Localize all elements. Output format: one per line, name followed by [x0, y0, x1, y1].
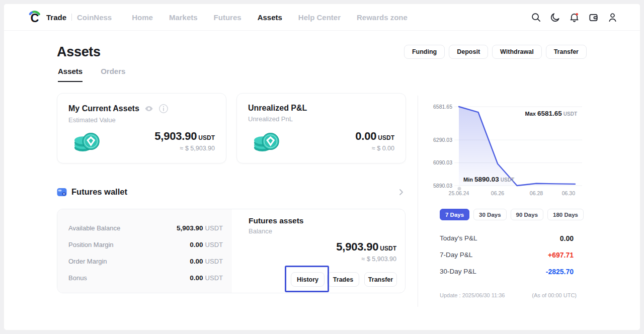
card-title: Unrealized P&L: [248, 104, 307, 113]
row-value: 0.00: [190, 274, 203, 282]
notification-badge-dot: [576, 13, 578, 16]
update-timestamp: Update : 2025/06/30 11:36: [440, 292, 505, 298]
history-button[interactable]: History: [291, 272, 325, 287]
current-assets-unit: USDT: [198, 134, 215, 141]
wallet-row-position-margin: Position Margin 0.00 USDT: [68, 236, 223, 253]
app-window: C Trade CoinNess Home Markets Futures As…: [4, 4, 640, 330]
panel-divider: [418, 96, 418, 307]
unrealized-pl-fiat: ≈ $ 0.00: [355, 145, 394, 152]
profile-icon[interactable]: [607, 12, 618, 23]
nav-link-help-center[interactable]: Help Center: [298, 13, 341, 22]
row-unit: USDT: [205, 258, 223, 265]
chart-max-annotation: Max 6581.65 USDT: [525, 110, 577, 117]
coinness-logo-icon[interactable]: C: [28, 11, 41, 24]
futures-transfer-button[interactable]: Transfer: [364, 272, 397, 287]
nav-link-futures[interactable]: Futures: [214, 13, 242, 22]
tab-orders[interactable]: Orders: [101, 67, 125, 82]
pnl-value: +697.71: [548, 251, 574, 259]
futures-wallet-title: Futures wallet: [71, 187, 127, 197]
current-assets-value: 5,903.90: [154, 130, 197, 142]
funding-button[interactable]: Funding: [404, 45, 445, 59]
nav-link-rewards-zone[interactable]: Rewards zone: [357, 13, 408, 22]
svg-text:C: C: [31, 12, 39, 24]
screenshot-frame: C Trade CoinNess Home Markets Futures As…: [0, 0, 644, 334]
nav-link-home[interactable]: Home: [132, 13, 153, 22]
nav-link-markets[interactable]: Markets: [169, 13, 198, 22]
card-title: My Current Assets: [68, 104, 139, 113]
row-label: Available Balance: [68, 224, 177, 232]
pnl-row-7-day: 7-Day P&L +697.71: [440, 250, 574, 260]
chart-min-annotation: Min 5890.03 USDT: [463, 176, 514, 183]
range-30-days-button[interactable]: 30 Days: [473, 209, 506, 220]
row-unit: USDT: [205, 274, 223, 282]
pnl-label: 7-Day P&L: [440, 251, 472, 259]
pnl-value: 0.00: [560, 234, 574, 242]
trades-button[interactable]: Trades: [327, 272, 359, 287]
futures-assets-unit: USDT: [380, 245, 396, 252]
x-tick-label: 06.28: [530, 190, 543, 196]
unrealized-pl-unit: USDT: [378, 134, 394, 141]
usdt-coins-icon: [72, 128, 102, 155]
top-navbar: C Trade CoinNess Home Markets Futures As…: [4, 4, 640, 31]
futures-wallet-card: Available Balance 5,903.90 USDT Position…: [57, 209, 406, 293]
wallet-icon[interactable]: [588, 12, 599, 23]
withdrawal-button[interactable]: Withdrawal: [492, 45, 542, 59]
card-subtitle: Estimated Value: [68, 116, 214, 124]
deposit-button[interactable]: Deposit: [449, 45, 488, 59]
card-subtitle: Unrealized PnL: [248, 115, 393, 123]
max-label: Max: [525, 111, 536, 117]
x-tick-label: 25.06.24: [449, 190, 469, 196]
tab-assets[interactable]: Assets: [58, 67, 83, 82]
wallet-row-bonus: Bonus 0.00 USDT: [68, 270, 223, 286]
info-icon[interactable]: [158, 104, 169, 114]
balance-chart: 6581.656290.036090.035890.0325.06.2406.2…: [425, 100, 587, 203]
futures-wallet-header: Futures wallet: [57, 187, 127, 197]
futures-assets-value: 5,903.90: [336, 240, 378, 253]
x-tick-label: 06.30: [562, 190, 575, 196]
unrealized-pl-card: Unrealized P&L Unrealized PnL 0.00USDT: [236, 93, 406, 163]
row-label: Position Margin: [68, 241, 190, 248]
notifications-bell-icon[interactable]: [569, 12, 580, 23]
hide-balance-eye-icon[interactable]: [144, 104, 154, 114]
page-title: Assets: [57, 44, 101, 60]
nav-link-assets[interactable]: Assets: [258, 13, 282, 22]
transfer-button[interactable]: Transfer: [546, 45, 587, 59]
brand-coinness-label[interactable]: CoinNess: [77, 13, 112, 22]
chart-area: [459, 107, 575, 186]
range-90-days-button[interactable]: 90 Days: [511, 209, 543, 220]
pnl-label: 30-Day P&L: [440, 268, 476, 275]
futures-wallet-detail-panel: Available Balance 5,903.90 USDT Position…: [57, 209, 232, 293]
wallet-row-available-balance: Available Balance 5,903.90 USDT: [68, 220, 223, 236]
brand-divider: [71, 14, 72, 21]
pnl-value: -2825.70: [546, 268, 574, 276]
chart-scrubber-dot[interactable]: [458, 187, 461, 191]
wallet-row-order-margin: Order Margin 0.00 USDT: [68, 253, 223, 270]
row-label: Order Margin: [68, 258, 190, 265]
my-current-assets-card: My Current Assets Estimated Value: [57, 93, 226, 163]
min-value: 5890.03: [474, 176, 499, 183]
panel-footer: Update : 2025/06/30 11:36 (As of 00:00 U…: [440, 292, 577, 298]
y-tick-label: 6581.65: [433, 104, 452, 110]
dark-mode-moon-icon[interactable]: [550, 12, 560, 23]
assets-tabs: Assets Orders: [58, 67, 125, 82]
max-value: 6581.65: [537, 110, 562, 117]
futures-assets-subtitle: Balance: [249, 227, 272, 235]
range-7-days-button[interactable]: 7 Days: [440, 209, 469, 220]
min-unit: USDT: [501, 177, 514, 183]
page-action-buttons: Funding Deposit Withdrawal Transfer: [404, 45, 587, 59]
row-unit: USDT: [205, 241, 223, 248]
row-label: Bonus: [68, 274, 190, 282]
y-tick-label: 5890.03: [433, 183, 452, 189]
y-tick-label: 6290.03: [433, 137, 452, 143]
row-value: 0.00: [190, 258, 203, 265]
chevron-right-icon[interactable]: [397, 188, 405, 198]
search-icon[interactable]: [531, 12, 541, 23]
futures-assets-title: Futures assets: [249, 216, 303, 225]
futures-wallet-icon: [57, 188, 67, 197]
range-180-days-button[interactable]: 180 Days: [547, 209, 584, 220]
usdt-coins-icon: [252, 128, 281, 155]
pnl-row-today: Today's P&L 0.00: [440, 233, 574, 243]
row-value: 0.00: [190, 241, 203, 248]
unrealized-pl-value: 0.00: [355, 130, 376, 142]
x-tick-label: 06.26: [491, 190, 504, 196]
